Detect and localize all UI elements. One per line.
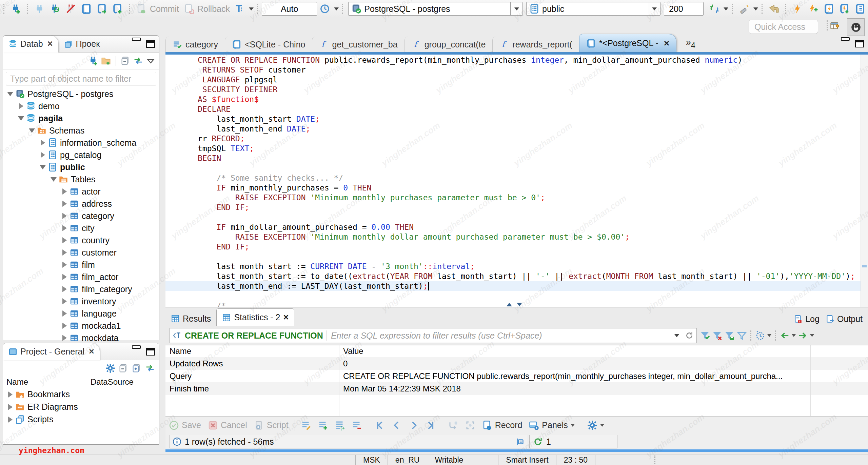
code-line[interactable]: LANGUAGE plpgsql bbox=[198, 75, 861, 85]
minimize-icon[interactable] bbox=[132, 345, 141, 349]
rollback-label[interactable]: Rollback bbox=[197, 4, 230, 14]
filter-apply-icon[interactable] bbox=[685, 331, 694, 340]
tree-item-tables[interactable]: Tables bbox=[3, 173, 159, 185]
code-line[interactable]: last_month_start := CURRENT_DATE - '3 mo… bbox=[198, 262, 861, 271]
code-line[interactable] bbox=[198, 163, 861, 173]
code-line[interactable]: RAISE EXCEPTION 'Minimum monthly purchas… bbox=[198, 193, 861, 203]
code-line[interactable]: /* bbox=[198, 301, 861, 307]
close-icon[interactable]: × bbox=[283, 312, 289, 323]
tree-item-customer[interactable]: customer bbox=[3, 246, 159, 259]
view-menu-icon[interactable] bbox=[146, 56, 156, 66]
new-sql-editor-icon[interactable] bbox=[112, 3, 124, 15]
save-button[interactable]: Save bbox=[169, 420, 201, 430]
expand-arrow-icon[interactable] bbox=[60, 249, 69, 256]
output-button[interactable]: Output bbox=[826, 314, 863, 324]
delete-row-icon[interactable] bbox=[352, 420, 362, 430]
transaction-dropdown-icon[interactable] bbox=[249, 7, 254, 11]
auto-refresh-icon[interactable] bbox=[755, 330, 765, 341]
previous-row-icon[interactable] bbox=[392, 420, 402, 430]
last-row-icon[interactable] bbox=[426, 420, 436, 430]
transaction-mode-icon[interactable] bbox=[234, 3, 246, 15]
first-row-icon[interactable] bbox=[375, 420, 385, 430]
minimize-icon[interactable] bbox=[841, 37, 850, 41]
link-with-editor-icon[interactable] bbox=[145, 363, 155, 373]
collapse-arrow-icon[interactable] bbox=[27, 128, 36, 133]
stat-row-query[interactable]: QueryCREATE OR REPLACE FUNCTION public.r… bbox=[165, 370, 868, 382]
code-line[interactable]: rr RECORD; bbox=[198, 134, 861, 144]
zoom-cell-icon[interactable] bbox=[465, 420, 475, 430]
tab-database-navigator[interactable]: Datab × bbox=[3, 36, 59, 53]
expand-arrow-icon[interactable] bbox=[60, 188, 69, 195]
project-item-bookmarks[interactable]: Bookmarks bbox=[3, 388, 159, 401]
link-with-editor-icon[interactable] bbox=[133, 56, 143, 66]
expand-arrow-icon[interactable] bbox=[60, 262, 69, 268]
tree-item-inventory[interactable]: inventory bbox=[3, 295, 159, 307]
execute-script-icon[interactable] bbox=[823, 3, 835, 15]
sync-connection-icon[interactable] bbox=[708, 3, 721, 15]
log-button[interactable]: Log bbox=[794, 314, 820, 324]
code-line[interactable]: SECURITY DEFINER bbox=[198, 85, 861, 95]
filter-menu-icon[interactable] bbox=[737, 330, 747, 341]
column-datasource[interactable]: DataSource bbox=[87, 377, 159, 387]
maximize-icon[interactable] bbox=[855, 40, 864, 47]
editor-tab-group-concat-te[interactable]: fgroup_concat(te bbox=[405, 37, 493, 52]
close-icon[interactable]: × bbox=[89, 346, 94, 357]
transaction-log-dropdown-icon[interactable] bbox=[334, 7, 339, 11]
expand-arrow-icon[interactable] bbox=[6, 404, 15, 410]
close-icon[interactable]: × bbox=[664, 38, 669, 49]
execute-statement-icon[interactable] bbox=[792, 3, 804, 15]
settings-gear-button[interactable] bbox=[587, 420, 604, 430]
gear-icon[interactable] bbox=[105, 363, 115, 373]
code-line[interactable] bbox=[198, 291, 861, 301]
code-line[interactable]: AS $function$ bbox=[198, 95, 861, 104]
editor-tab-rewards-report-[interactable]: frewards_report( bbox=[492, 37, 579, 52]
compare-icon[interactable] bbox=[738, 3, 750, 15]
expand-arrow-icon[interactable] bbox=[60, 237, 69, 243]
new-connection-icon[interactable] bbox=[88, 56, 98, 66]
tree-item-pg-catalog[interactable]: pg_catalog bbox=[3, 149, 159, 161]
expand-arrow-icon[interactable] bbox=[60, 213, 69, 219]
script-button[interactable]: Script bbox=[254, 420, 289, 430]
expand-arrow-icon[interactable] bbox=[60, 298, 69, 304]
previous-page-icon[interactable] bbox=[780, 330, 790, 341]
sql-editor[interactable]: CREATE OR REPLACE FUNCTION public.reward… bbox=[165, 55, 868, 307]
panels-button[interactable]: Panels bbox=[529, 420, 574, 430]
expand-arrow-icon[interactable] bbox=[60, 225, 69, 231]
next-page-icon[interactable] bbox=[798, 330, 808, 341]
expand-arrow-icon[interactable] bbox=[17, 103, 25, 109]
sql-code[interactable]: CREATE OR REPLACE FUNCTION public.reward… bbox=[165, 55, 861, 307]
column-name[interactable]: Name bbox=[165, 346, 339, 356]
tree-item-pagila[interactable]: pagila bbox=[3, 112, 159, 124]
tab-overflow-indicator[interactable]: »4 bbox=[686, 37, 695, 50]
commit-mode-combo[interactable]: Auto bbox=[262, 2, 317, 16]
filter-history-dropdown-icon[interactable] bbox=[674, 334, 679, 337]
collapse-all-icon[interactable] bbox=[121, 56, 131, 66]
tree-item-film-actor[interactable]: film_actor bbox=[3, 271, 159, 283]
tree-item-country[interactable]: country bbox=[3, 234, 159, 246]
collapse-arrow-icon[interactable] bbox=[17, 116, 25, 121]
rollback-icon[interactable] bbox=[183, 3, 195, 15]
expand-all-icon[interactable] bbox=[132, 363, 142, 373]
fetch-size-input[interactable]: 200 bbox=[664, 2, 704, 16]
tree-item-public[interactable]: public bbox=[3, 161, 159, 173]
code-line[interactable]: DECLARE bbox=[198, 104, 861, 114]
tab-project-general[interactable]: Project - General × bbox=[3, 343, 100, 360]
connect-icon[interactable] bbox=[34, 3, 46, 15]
tree-item-mockada1[interactable]: mockada1 bbox=[3, 320, 159, 332]
cancel-button[interactable]: Cancel bbox=[208, 420, 247, 430]
open-sql-editor-icon[interactable] bbox=[96, 3, 108, 15]
project-item-scripts[interactable]: Scripts bbox=[3, 413, 159, 426]
column-name[interactable]: Name bbox=[3, 377, 87, 387]
expand-arrow-icon[interactable] bbox=[6, 417, 15, 423]
expand-arrow-icon[interactable] bbox=[60, 201, 69, 207]
maximize-icon[interactable] bbox=[146, 348, 155, 356]
collapse-all-icon[interactable] bbox=[119, 363, 129, 373]
quick-access-input[interactable]: Quick Access bbox=[749, 20, 818, 34]
code-line[interactable] bbox=[198, 213, 861, 222]
code-line[interactable]: last_month_start DATE; bbox=[198, 114, 861, 124]
schema-dropdown-icon[interactable] bbox=[648, 2, 660, 15]
commit-icon[interactable] bbox=[135, 3, 147, 15]
refresh-icon[interactable] bbox=[533, 437, 543, 447]
code-line[interactable]: last_month_start := to_date((extract(YEA… bbox=[198, 271, 861, 281]
open-perspective-icon[interactable] bbox=[830, 21, 840, 32]
